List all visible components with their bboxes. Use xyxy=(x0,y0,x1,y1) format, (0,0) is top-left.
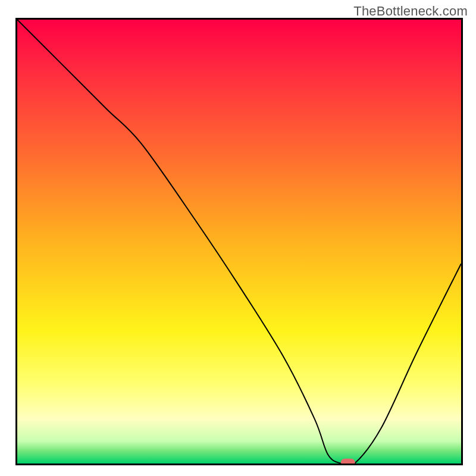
target-marker xyxy=(341,459,355,464)
watermark-text: TheBottleneck.com xyxy=(353,4,468,19)
chart-container: TheBottleneck.com xyxy=(0,0,476,476)
plot-frame xyxy=(15,18,463,465)
plot-svg xyxy=(17,20,461,464)
